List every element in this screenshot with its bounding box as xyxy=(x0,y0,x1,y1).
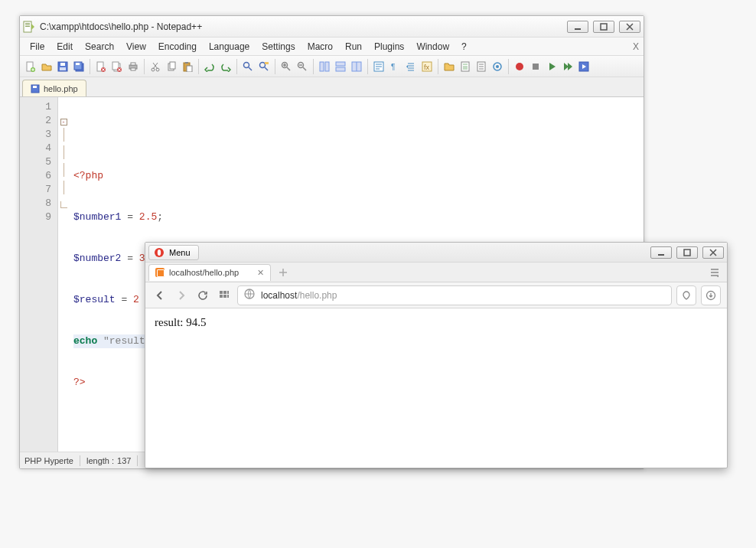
back-button[interactable] xyxy=(152,287,168,304)
zoom-in-icon[interactable] xyxy=(279,59,294,74)
play-macro-icon[interactable] xyxy=(544,59,559,74)
save-macro-icon[interactable] xyxy=(576,59,591,74)
npp-titlebar[interactable]: C:\xampp\htdocs\hello.php - Notepad++ xyxy=(20,16,644,38)
npp-app-icon xyxy=(23,21,35,33)
svg-rect-45 xyxy=(463,66,468,70)
close-all-icon[interactable] xyxy=(109,59,125,74)
save-all-icon[interactable] xyxy=(71,59,86,74)
downloads-button[interactable] xyxy=(701,285,721,305)
redo-icon[interactable] xyxy=(218,59,233,74)
save-icon[interactable] xyxy=(55,59,70,74)
svg-rect-36 xyxy=(336,62,345,66)
wrap-icon[interactable] xyxy=(371,59,386,74)
sync-h-icon[interactable] xyxy=(333,59,348,74)
reload-button[interactable] xyxy=(194,287,211,304)
status-length-value: 137 xyxy=(117,456,131,465)
copy-icon[interactable] xyxy=(164,59,179,74)
sync-v-icon[interactable] xyxy=(317,59,332,74)
fold-collapse-icon[interactable]: - xyxy=(60,119,67,126)
bookmark-button[interactable] xyxy=(676,285,696,305)
svg-point-49 xyxy=(516,63,523,70)
paste-icon[interactable] xyxy=(180,59,195,74)
menu-edit[interactable]: Edit xyxy=(51,39,78,54)
svg-rect-20 xyxy=(131,63,135,65)
svg-rect-59 xyxy=(223,291,226,294)
all-chars-icon[interactable]: ¶ xyxy=(387,59,402,74)
menu-search[interactable]: Search xyxy=(80,39,119,54)
find-icon[interactable] xyxy=(240,59,256,74)
document-tab[interactable]: hello.php xyxy=(22,80,86,96)
menu-language[interactable]: Language xyxy=(204,39,255,54)
new-tab-button[interactable] xyxy=(277,266,289,279)
record-macro-icon[interactable] xyxy=(512,59,527,74)
page-output-text: result: 94.5 xyxy=(155,316,207,328)
browser-menu-button[interactable]: Menu xyxy=(148,245,199,260)
replace-icon[interactable] xyxy=(256,59,272,74)
zoom-out-icon[interactable] xyxy=(295,59,310,74)
browser-close-button[interactable] xyxy=(702,246,724,259)
tab-menu-icon[interactable] xyxy=(707,265,722,280)
status-length-label: length : xyxy=(86,456,114,465)
browser-titlebar[interactable]: Menu xyxy=(145,243,727,263)
browser-tabbar: localhost/hello.php ✕ xyxy=(145,263,727,282)
browser-menu-label: Menu xyxy=(169,248,191,257)
site-info-icon[interactable] xyxy=(244,289,255,302)
doc-map-icon[interactable] xyxy=(458,59,473,74)
user-lang-icon[interactable]: fx xyxy=(419,59,435,74)
menubar-close-icon[interactable]: X xyxy=(633,41,639,52)
svg-point-29 xyxy=(244,62,249,67)
forward-button[interactable] xyxy=(173,287,190,304)
svg-rect-21 xyxy=(131,68,135,70)
svg-text:¶: ¶ xyxy=(391,63,395,71)
svg-point-48 xyxy=(496,65,499,68)
xampp-favicon-icon xyxy=(155,268,165,277)
folder-icon[interactable] xyxy=(442,59,457,74)
menu-help[interactable]: ? xyxy=(456,39,472,54)
new-file-icon[interactable] xyxy=(23,59,38,74)
svg-rect-53 xyxy=(33,86,37,88)
svg-rect-1 xyxy=(25,23,30,24)
cloned-icon[interactable] xyxy=(349,59,364,74)
npp-toolbar: ¶ fx xyxy=(20,56,644,77)
browser-minimize-button[interactable] xyxy=(650,246,672,259)
minimize-button[interactable] xyxy=(567,21,588,33)
browser-content: result: 94.5 xyxy=(145,308,727,468)
svg-rect-50 xyxy=(533,64,539,70)
browser-tab-title: localhost/hello.php xyxy=(169,268,239,277)
menu-window[interactable]: Window xyxy=(411,39,455,54)
browser-maximize-button[interactable] xyxy=(676,246,698,259)
monitor-icon[interactable] xyxy=(490,59,505,74)
svg-rect-9 xyxy=(60,63,65,66)
address-bar[interactable]: localhost/hello.php xyxy=(237,285,672,305)
stop-macro-icon[interactable] xyxy=(528,59,543,74)
close-file-icon[interactable] xyxy=(93,59,109,74)
indent-icon[interactable] xyxy=(403,59,419,74)
menu-run[interactable]: Run xyxy=(340,39,367,54)
svg-point-30 xyxy=(260,62,266,67)
func-list-icon[interactable] xyxy=(474,59,489,74)
menu-encoding[interactable]: Encoding xyxy=(153,39,202,54)
svg-rect-27 xyxy=(185,62,188,64)
menu-macro[interactable]: Macro xyxy=(302,39,338,54)
svg-rect-28 xyxy=(187,66,192,72)
open-file-icon[interactable] xyxy=(39,59,54,74)
npp-tabbar: hello.php xyxy=(20,77,644,97)
npp-menubar: File Edit Search View Encoding Language … xyxy=(20,38,644,56)
svg-rect-4 xyxy=(575,28,581,30)
menu-view[interactable]: View xyxy=(121,39,152,54)
menu-settings[interactable]: Settings xyxy=(256,39,300,54)
maximize-button[interactable] xyxy=(593,21,614,33)
cut-icon[interactable] xyxy=(148,59,163,74)
browser-tab[interactable]: localhost/hello.php ✕ xyxy=(148,264,271,281)
menu-file[interactable]: File xyxy=(24,39,50,54)
fold-column[interactable]: - xyxy=(58,97,69,452)
play-multi-icon[interactable] xyxy=(560,59,575,74)
document-tab-label: hello.php xyxy=(44,84,78,93)
close-button[interactable] xyxy=(619,21,640,33)
undo-icon[interactable] xyxy=(202,59,217,74)
speed-dial-button[interactable] xyxy=(216,287,233,304)
tab-close-icon[interactable]: ✕ xyxy=(257,268,264,278)
print-icon[interactable] xyxy=(125,59,141,74)
svg-rect-5 xyxy=(601,24,607,30)
menu-plugins[interactable]: Plugins xyxy=(369,39,409,54)
